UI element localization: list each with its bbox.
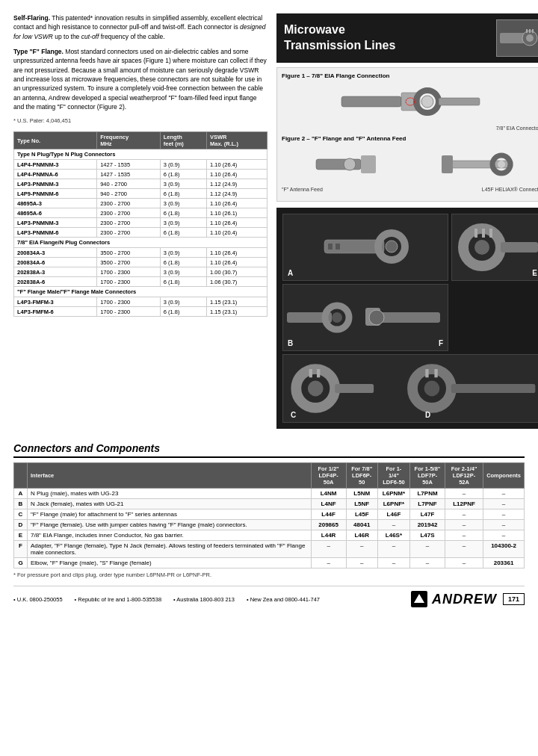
svg-rect-5 bbox=[532, 29, 534, 33]
row-value: L44R bbox=[311, 530, 346, 541]
row-value: L7PNM bbox=[410, 489, 445, 499]
row-value: L5NM bbox=[346, 489, 377, 499]
figure-2-caption1: L45F HELIAX® Connector bbox=[482, 187, 538, 192]
list-item: BN Jack (female), mates with UG-21L4NFL5… bbox=[14, 499, 525, 509]
row-description: Adapter, "F" Flange (female), Type N Jac… bbox=[28, 541, 312, 558]
svg-rect-29 bbox=[489, 229, 492, 238]
svg-rect-13 bbox=[361, 155, 376, 173]
table-cell: 3 (0.9) bbox=[160, 199, 206, 208]
row-value: – bbox=[483, 499, 525, 509]
svg-point-2 bbox=[526, 34, 534, 42]
svg-marker-46 bbox=[414, 594, 424, 603]
row-value: – bbox=[346, 558, 377, 568]
list-item: E7/8" EIA Flange, includes inner Conduct… bbox=[14, 530, 525, 541]
footer-ire: • Republic of Ire and 1-800-535538 bbox=[75, 596, 161, 603]
table-row: L4P3-FMFM-31700 - 23003 (0.9)1.15 (23.1) bbox=[14, 297, 268, 307]
list-item: FAdapter, "F" Flange (female), Type N Ja… bbox=[14, 541, 525, 558]
table-cell: L4P4-PNMNM-3 bbox=[14, 160, 97, 170]
row-description: N Plug (male), mates with UG-23 bbox=[28, 489, 312, 499]
table-cell: 1700 - 2300 bbox=[97, 297, 161, 307]
list-item: C"F" Flange (male) for attachment to "F"… bbox=[14, 509, 525, 520]
table-cell: 6 (1.8) bbox=[160, 228, 206, 238]
list-item: AN Plug (male), mates with UG-23L4NML5NM… bbox=[14, 489, 525, 499]
footer-aus: • Australia 1800-803 213 bbox=[173, 596, 235, 603]
connector-label-d: D bbox=[425, 411, 430, 419]
table-cell: L4P3-PNMNM-6 bbox=[14, 228, 97, 238]
svg-rect-3 bbox=[526, 29, 528, 33]
row-value: L7PNF bbox=[410, 499, 445, 509]
left-column: Self-Flaring. This patented* innovation … bbox=[13, 13, 268, 429]
table-cell: L4P3-PNMNM-3 bbox=[14, 218, 97, 228]
row-value: – bbox=[445, 520, 483, 530]
row-letter: F bbox=[14, 541, 28, 558]
col-length: Lengthfeet (m) bbox=[160, 132, 206, 149]
table-cell: L4P3-FMFM-6 bbox=[14, 307, 97, 317]
svg-rect-27 bbox=[474, 229, 477, 238]
table-cell: 3 (0.9) bbox=[160, 179, 206, 189]
svg-rect-6 bbox=[341, 96, 401, 107]
table-cell: 202838A-3 bbox=[14, 267, 97, 277]
row-description: "F" Flange (female). Use with jumper cab… bbox=[28, 520, 312, 530]
figure-2-caption2: "F" Antenna Feed bbox=[282, 187, 323, 192]
right-column: Microwave Transmission Lines bbox=[276, 13, 538, 429]
connector-images-grid: A E bbox=[276, 208, 538, 429]
table-cell: 1.10 (26.4) bbox=[207, 258, 268, 267]
table-cell: 940 - 2700 bbox=[97, 189, 161, 199]
svg-rect-16 bbox=[442, 155, 453, 173]
table-cell: 2300 - 2700 bbox=[97, 208, 161, 218]
row-value: 203361 bbox=[483, 558, 525, 568]
table-cell: 1.12 (24.9) bbox=[207, 179, 268, 189]
table-cell: 2300 - 2700 bbox=[97, 218, 161, 228]
table-row: L4P3-PNMNM-3940 - 27003 (0.9)1.12 (24.9) bbox=[14, 179, 268, 189]
page-footer: • U.K. 0800-250055 • Republic of Ire and… bbox=[13, 586, 525, 607]
table-cell: 200834A-3 bbox=[14, 248, 97, 258]
row-value: – bbox=[483, 520, 525, 530]
connector-label-a: A bbox=[288, 269, 293, 277]
footnote: * U.S. Pater: 4,046,451 bbox=[13, 117, 268, 124]
row-value: L46S* bbox=[377, 530, 409, 541]
svg-rect-38 bbox=[335, 384, 374, 393]
table-row: 202838A-31700 - 23003 (0.9)1.00 (30.7) bbox=[14, 267, 268, 277]
col-freq: FrequencyMHz bbox=[97, 132, 161, 149]
table-row: 202838A-61700 - 23006 (1.8)1.06 (30.7) bbox=[14, 277, 268, 287]
row-value: 48041 bbox=[346, 520, 377, 530]
andrew-logo: ANDREW bbox=[411, 591, 497, 607]
banner-title: Microwave Transmission Lines bbox=[284, 22, 395, 54]
table-cell: 1.15 (23.1) bbox=[207, 307, 268, 317]
svg-rect-10 bbox=[439, 98, 480, 105]
table-cell: 6 (1.8) bbox=[160, 277, 206, 287]
connector-image-a: A bbox=[282, 214, 448, 281]
banner-connector-icon bbox=[496, 19, 538, 57]
row-value: 201942 bbox=[410, 520, 445, 530]
type-f-flange-text: Most standard connectors used on air-die… bbox=[13, 48, 267, 111]
row-value: L6PNF* bbox=[377, 499, 409, 509]
table-cell: 1.10 (26.1) bbox=[207, 208, 268, 218]
row-description: 7/8" EIA Flange, includes inner Conducto… bbox=[28, 530, 312, 541]
row-value: L47S bbox=[410, 530, 445, 541]
table-cell: 1700 - 2300 bbox=[97, 277, 161, 287]
connector-image-e: E bbox=[451, 214, 538, 281]
row-letter: A bbox=[14, 489, 28, 499]
comp-col-ldf6p: For 7/8"LDF6P-50 bbox=[346, 463, 377, 489]
svg-point-18 bbox=[498, 161, 505, 168]
figures-area: Figure 1 – 7/8" EIA Flange Connection bbox=[276, 67, 538, 202]
svg-rect-40 bbox=[317, 369, 320, 377]
components-footnote: * For pressure port and clips plug, orde… bbox=[13, 571, 525, 578]
row-value: – bbox=[410, 541, 445, 558]
svg-rect-23 bbox=[336, 244, 340, 250]
svg-point-21 bbox=[386, 241, 398, 252]
row-value: – bbox=[445, 509, 483, 520]
figure-2-label: Figure 2 – "F" Flange and "F" Antenna Fe… bbox=[282, 135, 538, 142]
table-row: L4P4-PNMNA-61427 - 15356 (1.8)1.10 (26.4… bbox=[14, 170, 268, 179]
connector-label-b: B bbox=[288, 339, 293, 347]
table-cell: 1.10 (26.4) bbox=[207, 199, 268, 208]
svg-rect-34 bbox=[380, 312, 440, 323]
row-value: 209865 bbox=[311, 520, 346, 530]
col-vswr: VSWRMax. (R.L.) bbox=[207, 132, 268, 149]
table-row: 48695A-32300 - 27003 (0.9)1.10 (26.4) bbox=[14, 199, 268, 208]
type-f-flange-paragraph: Type "F" Flange. Most standard connector… bbox=[13, 47, 268, 111]
comp-col-ldf6: For 1-1/4"LDF6-50 bbox=[377, 463, 409, 489]
comp-col-interface: Interface bbox=[28, 463, 312, 489]
type-f-flange-heading: Type "F" Flange. bbox=[13, 48, 64, 55]
table-cell: 1.10 (26.4) bbox=[207, 248, 268, 258]
